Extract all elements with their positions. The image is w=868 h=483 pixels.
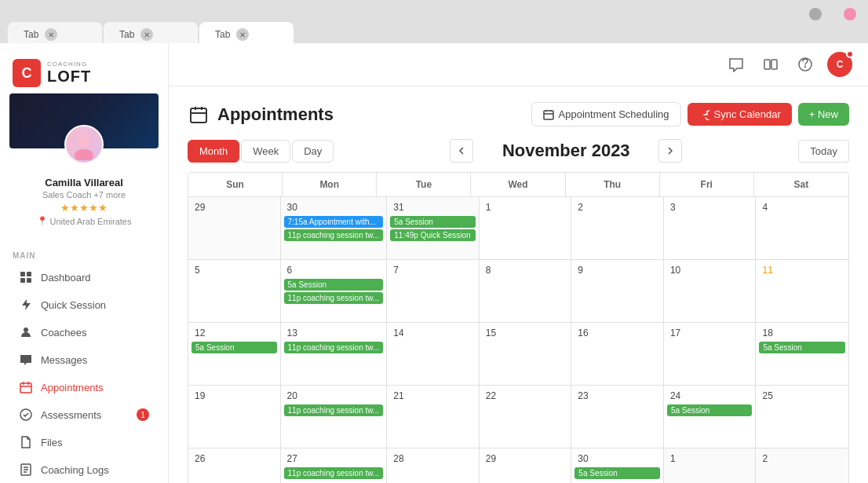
calendar-cell[interactable]: 245a Session [664, 386, 757, 448]
calendar-cell[interactable]: 185a Session [756, 323, 848, 386]
svg-point-0 [78, 135, 90, 148]
calendar-cell[interactable]: 7 [387, 260, 480, 323]
calendar-cell[interactable]: 2 [756, 448, 848, 483]
calendar-cell[interactable]: 29 [480, 448, 572, 483]
calendar-cell[interactable]: 2011p coaching session tw... [281, 386, 388, 448]
location-pin-icon: 📍 [37, 216, 48, 226]
calendar-toolbar: Month Week Day November 2023 Today [188, 139, 849, 163]
calendar-cell[interactable]: 125a Session [188, 323, 281, 386]
calendar-cell[interactable]: 2 [571, 197, 664, 260]
calendar-cell[interactable]: 11 [756, 260, 848, 323]
appointment-scheduling-button[interactable]: Appointment Scheduling [531, 102, 681, 126]
user-name: Camilla Villareal [16, 177, 152, 188]
day-header-sat: Sat [754, 173, 848, 197]
user-info: Camilla Villareal Sales Coach +7 more ★★… [9, 155, 159, 232]
sidebar-item-coaching-logs[interactable]: Coaching Logs [6, 456, 162, 483]
calendar-cell[interactable]: 2711p coaching session tw... [281, 448, 388, 483]
calendar-cell[interactable]: 9 [571, 260, 664, 323]
calendar-event[interactable]: 5a Session [667, 404, 753, 416]
calendar-cell[interactable]: 28 [387, 448, 480, 483]
calendar-event[interactable]: 11p coaching session tw... [284, 229, 384, 241]
day-header-thu: Thu [566, 173, 660, 197]
next-month-button[interactable] [658, 139, 682, 163]
sidebar-item-appointments[interactable]: Appointments [6, 374, 162, 401]
logo-small-text: COACHING [47, 60, 91, 68]
sidebar-item-coachees[interactable]: Coachees [6, 319, 162, 346]
help-icon[interactable] [793, 52, 818, 77]
calendar-event[interactable]: 11:49p Quick Session [390, 229, 476, 241]
calendar-event[interactable]: 7:15a Appointment with... [284, 216, 384, 228]
calendar-cell[interactable]: 5 [188, 260, 281, 323]
calendar-cell[interactable]: 15 [480, 323, 572, 386]
sync-calendar-button[interactable]: Sync Calendar [687, 103, 792, 126]
calendar-cell[interactable]: 8 [480, 260, 572, 323]
tab-3-close[interactable]: ✕ [236, 28, 249, 41]
day-number: 3 [667, 200, 753, 214]
day-number: 21 [390, 389, 476, 403]
calendar-cell[interactable]: 1311p coaching session tw... [281, 323, 388, 386]
sidebar-item-quick-session[interactable]: Quick Session [6, 291, 162, 318]
today-button[interactable]: Today [798, 140, 849, 163]
calendar-event[interactable]: 5a Session [574, 467, 660, 479]
calendar-cell[interactable]: 21 [387, 386, 480, 448]
browser-controls [809, 8, 856, 20]
calendar-cell[interactable]: 65a Session11p coaching session tw... [281, 260, 388, 323]
day-header-tue: Tue [377, 173, 471, 197]
sidebar-item-label: Assessments [41, 409, 101, 421]
tab-1-close[interactable]: ✕ [45, 28, 57, 41]
calendar-event[interactable]: 11p coaching session tw... [284, 404, 384, 416]
view-tabs: Month Week Day [188, 140, 334, 163]
calendar-cell[interactable]: 305a Session [571, 448, 664, 483]
calendar-cell[interactable]: 16 [571, 323, 664, 386]
calendar-cell[interactable]: 1 [664, 448, 757, 483]
user-avatar-topbar[interactable]: C [827, 52, 852, 77]
calendar-event[interactable]: 5a Session [191, 342, 277, 353]
day-header-wed: Wed [471, 173, 565, 197]
calendar-cell[interactable]: 4 [756, 197, 848, 260]
day-number: 29 [191, 200, 277, 214]
calendar-event[interactable]: 11p coaching session tw... [284, 292, 384, 304]
day-number: 23 [574, 389, 660, 403]
svg-rect-3 [27, 272, 31, 276]
tab-month[interactable]: Month [188, 140, 239, 163]
calendar-cell[interactable]: 307:15a Appointment with...11p coaching … [281, 197, 388, 260]
calendar-cell[interactable]: 22 [480, 386, 572, 448]
day-number: 22 [483, 389, 568, 403]
tab-week[interactable]: Week [241, 140, 290, 163]
avatar-image [68, 129, 100, 160]
calendar-cell[interactable]: 26 [188, 448, 281, 483]
calendar-cell[interactable]: 29 [188, 197, 281, 260]
sidebar-item-assessments[interactable]: Assessments 1 [6, 401, 162, 428]
prev-month-button[interactable] [450, 139, 473, 163]
calendar-cell[interactable]: 14 [387, 323, 480, 386]
day-number: 31 [390, 200, 476, 214]
sidebar-item-label: Files [41, 437, 62, 448]
chat-icon[interactable] [724, 52, 749, 77]
calendar-cell[interactable]: 19 [188, 386, 281, 448]
user-location: 📍 United Arab Emirates [16, 216, 152, 226]
new-button[interactable]: + New [798, 103, 849, 126]
calendar-cell[interactable]: 17 [664, 323, 757, 386]
calendar-cell[interactable]: 25 [756, 386, 848, 448]
calendar-cell[interactable]: 10 [664, 260, 757, 323]
chevron-right-icon [666, 147, 674, 155]
tab-2-close[interactable]: ✕ [140, 28, 153, 41]
calendar-cell[interactable]: 315a Session11:49p Quick Session [387, 197, 480, 260]
calendar-event[interactable]: 5a Session [390, 216, 476, 228]
calendar-event[interactable]: 11p coaching session tw... [284, 342, 384, 353]
calendar-cell[interactable]: 3 [664, 197, 757, 260]
calendar-event[interactable]: 11p coaching session tw... [284, 467, 384, 479]
tab-day[interactable]: Day [292, 140, 334, 163]
page-title-row: Appointments [188, 104, 334, 126]
calendar-cell[interactable]: 23 [571, 386, 664, 448]
sidebar-item-messages[interactable]: Messages [6, 346, 162, 373]
calendar-event[interactable]: 5a Session [284, 279, 384, 291]
sidebar-item-dashboard[interactable]: Dashboard [6, 264, 162, 291]
calendar-cell[interactable]: 1 [480, 197, 572, 260]
calendar-event[interactable]: 5a Session [759, 342, 845, 353]
split-icon[interactable] [758, 52, 783, 77]
day-number: 24 [667, 389, 753, 403]
sidebar-item-files[interactable]: Files [6, 429, 162, 456]
logo-icon: C [13, 59, 41, 87]
new-label: + New [809, 108, 838, 120]
